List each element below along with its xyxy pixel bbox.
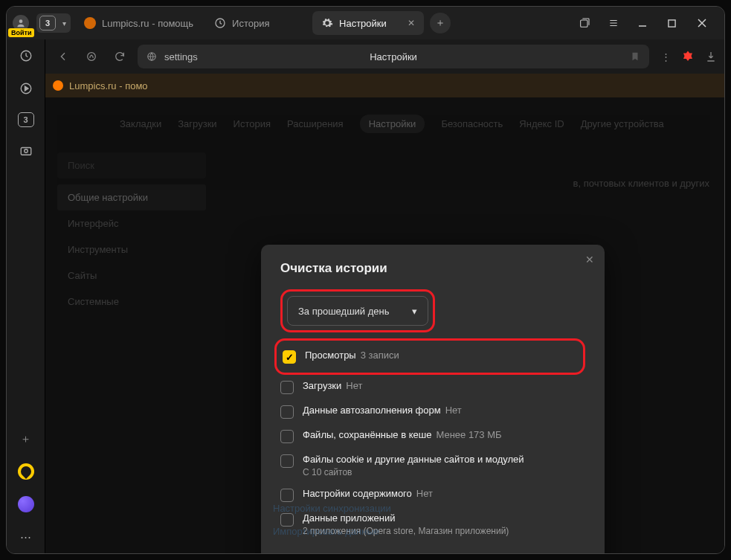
leftnav-item[interactable]: Системные [57, 289, 206, 315]
leftnav-item[interactable]: Интерфейс [57, 210, 206, 236]
adblock-icon[interactable] [681, 50, 695, 63]
overflow-icon[interactable]: ⋯ [17, 528, 35, 546]
option-suffix: Нет [346, 380, 362, 391]
tab-counter[interactable]: 3 ▾ [36, 13, 71, 33]
leftnav-item[interactable]: Общие настройки [57, 184, 206, 210]
minimize-button[interactable] [638, 19, 650, 28]
new-tab-button[interactable]: ＋ [430, 13, 451, 33]
pinned-tab-label: Lumpics.ru - помо [69, 80, 148, 91]
tab-label: Lumpics.ru - помощь [102, 18, 193, 29]
globe-icon [146, 51, 157, 62]
truncated-text: в, почтовых клиентов и других [573, 178, 709, 189]
clear-option[interactable]: ЗагрузкиНет [280, 375, 585, 399]
settings-leftnav: Поиск Общие настройкиИнтерфейсИнструмент… [57, 148, 206, 315]
tab-lumpics[interactable]: Lumpics.ru - помощь [75, 11, 202, 35]
history-icon[interactable] [17, 47, 35, 65]
profile-button[interactable]: Войти [13, 15, 29, 31]
option-label: Просмотры [305, 350, 356, 361]
checkbox[interactable]: ✓ [283, 350, 296, 364]
download-icon[interactable] [705, 51, 717, 62]
topnav-item[interactable]: Настройки [360, 115, 425, 133]
back-button[interactable] [53, 46, 74, 67]
option-suffix: Менее 173 МБ [436, 429, 501, 440]
option-subtext: С 10 сайтов [303, 467, 524, 477]
clear-option[interactable]: Файлы cookie и другие данные сайтов и мо… [280, 448, 585, 483]
topnav-item[interactable]: Другие устройства [581, 118, 664, 133]
settings-page: ЗакладкиЗагрузкиИсторияРасширенияНастрой… [45, 97, 724, 553]
login-pill[interactable]: Войти [8, 28, 34, 37]
tabs-icon[interactable]: 3 [18, 112, 34, 127]
chevron-down-icon: ▾ [57, 19, 71, 28]
option-suffix: Нет [416, 488, 433, 499]
option-label: Файлы, сохранённые в кеше [303, 429, 431, 440]
address-bar: settings Настройки ⋮ [45, 39, 724, 74]
clock-icon [214, 17, 226, 29]
tab-count-number: 3 [39, 16, 56, 30]
highlight-marker: ✓Просмотры3 записи [274, 338, 585, 375]
checkbox[interactable] [280, 430, 294, 443]
svg-rect-3 [669, 19, 675, 26]
topnav-item[interactable]: Закладки [120, 118, 161, 133]
close-icon[interactable]: ✕ [408, 18, 415, 28]
link-sync-settings[interactable]: Настройки синхронизации [273, 497, 391, 520]
svg-point-7 [24, 149, 28, 153]
bookmark-icon[interactable] [630, 51, 640, 62]
screenshot-icon[interactable] [17, 142, 35, 160]
tab-label: Настройки [339, 18, 387, 29]
reload-button[interactable] [109, 46, 130, 67]
alice-icon[interactable] [17, 495, 35, 513]
topnav-item[interactable]: Яндекс ID [519, 118, 564, 133]
maximize-button[interactable] [668, 19, 680, 28]
checkbox[interactable] [280, 454, 294, 468]
mail-icon[interactable] [17, 463, 35, 480]
clear-option[interactable]: Данные автозаполнения формНет [280, 399, 585, 424]
dialog-title: Очистка истории [280, 261, 585, 276]
tabbar: Lumpics.ru - помощь История Настройки ✕ … [75, 11, 451, 35]
left-sidebar: 3 ＋ ⋯ [7, 39, 45, 553]
play-icon[interactable] [17, 80, 35, 97]
url-text: settings [164, 51, 198, 62]
settings-search[interactable]: Поиск [57, 152, 206, 178]
tab-history[interactable]: История [205, 11, 309, 35]
leftnav-item[interactable]: Сайты [57, 263, 206, 289]
dialog-close-button[interactable]: ✕ [585, 254, 594, 265]
link-import-data[interactable]: Импортировать данные [273, 520, 391, 543]
collections-icon[interactable] [579, 17, 590, 29]
chevron-down-icon: ▾ [412, 306, 417, 317]
favicon-orange-icon [84, 17, 96, 29]
kebab-icon[interactable]: ⋮ [661, 51, 671, 62]
topnav-item[interactable]: Расширения [287, 118, 344, 133]
checkbox[interactable] [280, 405, 294, 419]
topnav-item[interactable]: История [234, 118, 271, 133]
svg-point-0 [19, 19, 23, 23]
topnav-item[interactable]: Безопасность [441, 118, 503, 133]
option-suffix: 3 записи [361, 350, 399, 361]
leftnav-item[interactable]: Инструменты [57, 236, 206, 263]
page-title: Настройки [370, 51, 417, 62]
tab-label: История [232, 18, 269, 29]
tab-settings[interactable]: Настройки ✕ [312, 11, 424, 35]
option-suffix: Нет [445, 405, 462, 416]
svg-rect-2 [581, 20, 587, 27]
add-icon[interactable]: ＋ [17, 430, 35, 448]
svg-point-8 [88, 53, 96, 61]
pinned-tab-strip[interactable]: Lumpics.ru - помо [45, 74, 724, 97]
checkbox[interactable] [280, 381, 294, 394]
titlebar: Войти 3 ▾ Lumpics.ru - помощь История На… [7, 7, 724, 39]
home-button[interactable] [81, 46, 102, 67]
svg-rect-6 [21, 148, 31, 155]
highlight-marker: За прошедший день ▾ [280, 289, 435, 332]
favicon-orange-icon [53, 80, 63, 91]
clear-option[interactable]: Файлы, сохранённые в кешеМенее 173 МБ [280, 424, 585, 448]
select-value: За прошедший день [298, 306, 389, 317]
time-range-select[interactable]: За прошедший день ▾ [287, 296, 428, 326]
gear-icon [321, 17, 333, 29]
close-window-button[interactable] [698, 19, 709, 28]
option-label: Данные автозаполнения форм [303, 405, 441, 416]
topnav-item[interactable]: Загрузки [178, 118, 216, 133]
url-field[interactable]: settings Настройки [138, 45, 649, 68]
menu-icon[interactable] [608, 18, 620, 28]
settings-topnav: ЗакладкиЗагрузкиИсторияРасширенияНастрой… [45, 97, 724, 148]
clear-option[interactable]: ✓Просмотры3 записи [283, 344, 399, 369]
option-label: Файлы cookie и другие данные сайтов и мо… [303, 454, 524, 465]
